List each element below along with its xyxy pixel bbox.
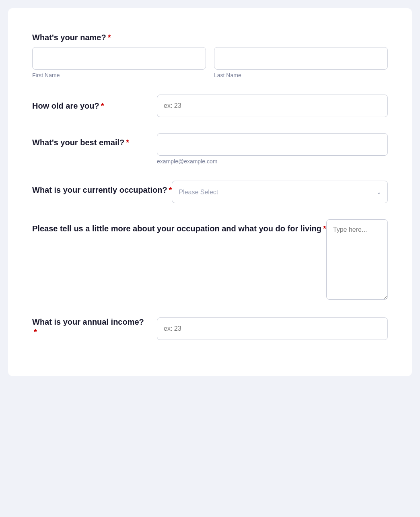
last-name-input[interactable] — [214, 47, 388, 70]
occupation-field: Please Select Student Employed Self-Empl… — [172, 181, 388, 203]
occupation-detail-section: Please tell us a little more about your … — [32, 219, 388, 301]
last-name-label: Last Name — [214, 72, 388, 78]
occupation-question-label: What is your currently occupation?* — [32, 181, 172, 195]
income-input[interactable] — [157, 317, 388, 340]
name-section: What's your name?* First Name Last Name — [32, 28, 388, 78]
occupation-detail-question-label: Please tell us a little more about your … — [32, 219, 326, 233]
occupation-detail-textarea[interactable] — [326, 219, 388, 300]
form-container: What's your name?* First Name Last Name … — [8, 8, 412, 376]
name-fields: First Name Last Name — [32, 47, 388, 78]
email-helper-text: example@example.com — [157, 158, 388, 165]
last-name-group: Last Name — [214, 47, 388, 78]
income-field — [157, 317, 388, 340]
first-name-label: First Name — [32, 72, 206, 78]
occupation-section: What is your currently occupation?* Plea… — [32, 181, 388, 203]
first-name-group: First Name — [32, 47, 206, 78]
occupation-select-wrapper: Please Select Student Employed Self-Empl… — [172, 181, 388, 203]
age-question-label: How old are you?* — [32, 101, 157, 111]
income-question-label: What is your annual income? * — [32, 317, 157, 337]
name-question-label: What's your name?* — [32, 28, 157, 42]
email-input[interactable] — [157, 133, 388, 156]
income-section: What is your annual income? * — [32, 317, 388, 340]
email-question-label: What's your best email?* — [32, 133, 157, 147]
age-section: How old are you?* — [32, 95, 388, 117]
occupation-detail-field — [326, 219, 388, 301]
first-name-input[interactable] — [32, 47, 206, 70]
email-section: What's your best email?* example@example… — [32, 133, 388, 165]
age-input[interactable] — [157, 95, 388, 117]
email-field-group: example@example.com — [157, 133, 388, 165]
occupation-select[interactable]: Please Select Student Employed Self-Empl… — [172, 181, 388, 203]
age-field — [157, 95, 388, 117]
